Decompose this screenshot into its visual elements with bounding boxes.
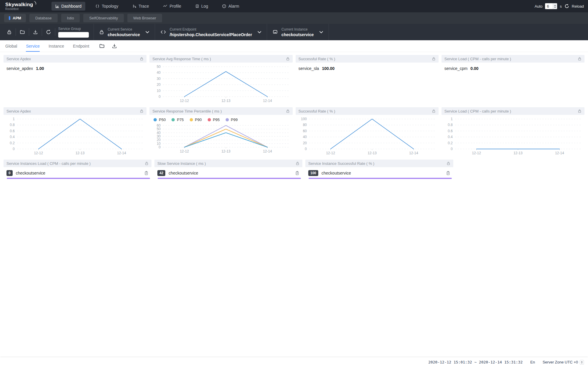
top-nav-bar: Skywalking Rocketbot Dashboard Topology … [0,0,588,12]
percentile-legend: P50 P75 P90 P95 P99 [149,115,292,123]
folder-icon[interactable] [99,43,105,49]
page-pill-label: Web Browser [133,16,156,20]
dashboard-icon [55,4,59,8]
svg-text:100: 100 [301,117,307,121]
panel-title: Service Avg Response Time ( ms ) [152,57,286,61]
nav-item-dashboard[interactable]: Dashboard [51,2,86,11]
panel-row-2: Service Apdex 00.20.40.60.8112-1212-1312… [4,107,584,157]
zone-stepper[interactable] [580,360,584,365]
tab-instance[interactable]: Instance [49,40,64,52]
page-pill-selfobservability[interactable]: SelfObservability [83,14,124,22]
time-range-picker[interactable]: 2020-12-12 15:01:32 ~ 2020-12-14 15:31:3… [428,360,523,364]
legend-dot [226,118,229,121]
current-instance-selector[interactable]: Current Instance checkoutservice [267,24,329,40]
lock-icon[interactable] [286,109,290,113]
legend-item-p99[interactable]: P99 [226,118,238,122]
clipboard-icon[interactable] [446,171,450,175]
lock-icon[interactable] [296,161,299,165]
lock-icon[interactable] [432,109,436,113]
step-down-icon[interactable] [554,7,556,8]
step-up-icon[interactable] [554,5,556,6]
lock-icon [99,29,104,35]
svg-text:12-12: 12-12 [34,151,43,155]
legend-item-p75[interactable]: P75 [171,118,184,122]
nav-item-log[interactable]: Log [191,2,212,11]
nav-item-topology[interactable]: Topology [92,2,122,11]
step-up-icon[interactable] [581,361,583,362]
panel-successful-rate-chart: Successful Rate ( % ) 02040608010012-121… [296,107,439,157]
instance-row[interactable]: 0 checkoutservice [4,167,151,179]
legend-item-p90[interactable]: P90 [190,118,202,122]
metric-value: 0.00 [470,66,478,71]
chevron-down-icon[interactable] [319,31,323,33]
lock-icon[interactable] [432,57,436,61]
language-toggle[interactable]: En [530,360,535,364]
legend-item-p50[interactable]: P50 [154,118,166,122]
reload-label[interactable]: Reload [572,4,584,9]
import-icon[interactable] [112,43,117,49]
legend-dot [154,118,157,121]
svg-text:40: 40 [157,71,161,75]
current-endpoint-selector[interactable]: Current Endpoint /hipstershop.CheckoutSe… [155,24,267,40]
panel-avg-response-time: Service Avg Response Time ( ms ) 0102030… [149,55,292,104]
page-pill-web-browser[interactable]: Web Browser [127,14,162,22]
panel-row-1: Service Apdex service_apdex 1.00 Service… [4,55,584,104]
lock-icon[interactable] [3,29,16,35]
lock-icon[interactable] [140,109,144,113]
panel-instance-successful-rate: Service Instance Successful Rate ( % ) 1… [305,160,453,179]
logo-title: Skywalking [5,2,33,7]
current-service-selector[interactable]: Current Service checkoutservice [94,24,155,40]
clipboard-icon[interactable] [144,171,149,175]
lock-icon[interactable] [145,161,149,165]
service-group-label: Service Group [58,27,89,31]
logo-subtitle: Rocketbot [5,8,33,11]
instance-name: checkoutservice [322,171,446,175]
nav-item-trace[interactable]: Trace [129,2,153,11]
refresh-controls: Auto s Reload [535,3,584,9]
instance-row[interactable]: 42 checkoutservice [154,167,302,179]
tab-service[interactable]: Service [26,40,40,52]
selector-value: checkoutservice [108,32,140,37]
chevron-down-icon[interactable] [257,31,261,33]
metric-name: service_apdex [6,66,33,71]
page-pill-istio[interactable]: Istio [61,14,80,22]
panel-title: Service Apdex [6,57,140,61]
app-logo[interactable]: Skywalking Rocketbot [5,2,33,11]
legend-label: P99 [231,118,238,122]
page-pill-database[interactable]: Database [29,14,58,22]
tab-endpoint[interactable]: Endpoint [73,40,89,52]
tab-global[interactable]: Global [5,40,17,52]
lock-icon[interactable] [286,57,290,61]
lock-icon[interactable] [578,57,582,61]
toolbar-icon-group [0,24,55,40]
legend-item-p95[interactable]: P95 [208,118,220,122]
auto-interval-input[interactable] [545,3,553,9]
percentile-chart: 010203040506012-1212-1312-14 [149,123,292,154]
step-down-icon[interactable] [581,363,583,363]
instance-name: checkoutservice [16,171,144,175]
service-group-input[interactable] [58,32,89,38]
value-badge: 100 [308,170,318,176]
reload-icon[interactable] [564,4,569,9]
lock-icon[interactable] [447,161,450,165]
nav-item-profile[interactable]: Profile [159,2,185,11]
panel-service-apdex-value: Service Apdex service_apdex 1.00 [4,55,146,104]
svg-text:12-12: 12-12 [472,151,481,155]
clipboard-icon[interactable] [295,171,299,175]
scope-tabs: Global Service Instance Endpoint [0,40,588,52]
metric-name: service_sla [299,66,319,71]
panel-title: Service Load ( CPM - calls per minute ) [444,109,578,113]
import-icon[interactable] [29,29,42,35]
topology-icon [96,4,100,8]
page-pill-apm[interactable]: APM [4,14,26,22]
service-load-chart: 00.20.40.60.8112-1212-1312-14 [442,115,584,157]
instance-row[interactable]: 100 checkoutservice [305,167,453,179]
stepper-arrows[interactable] [553,3,557,9]
lock-icon[interactable] [578,109,582,113]
nav-item-alarm[interactable]: Alarm [218,2,243,11]
svg-text:10: 10 [157,142,161,146]
chevron-down-icon[interactable] [145,31,149,33]
refresh-icon[interactable] [42,29,55,35]
folder-icon[interactable] [16,29,29,35]
lock-icon[interactable] [140,57,144,61]
